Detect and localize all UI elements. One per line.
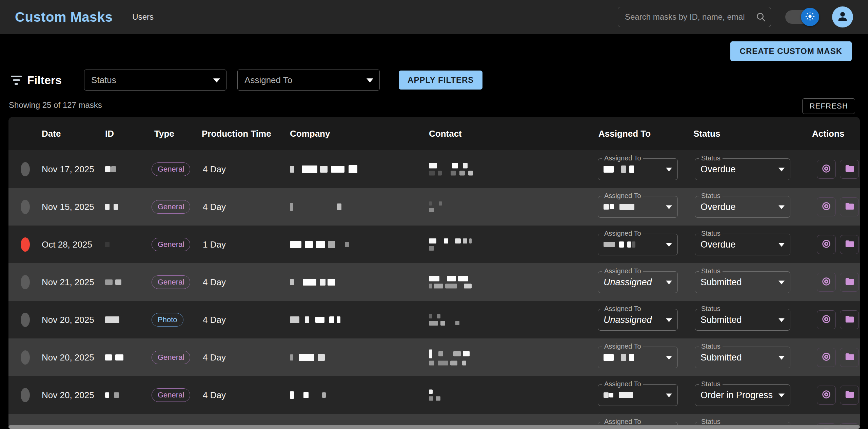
app-bar-right [618, 6, 853, 27]
status-select[interactable]: StatusOverdue [695, 196, 790, 218]
assigned-select[interactable]: Assigned To [598, 384, 678, 406]
horizontal-scrollbar[interactable] [8, 425, 860, 429]
chevron-down-icon [666, 168, 672, 171]
open-folder-button[interactable] [840, 235, 859, 254]
redacted-block [455, 321, 459, 325]
redacted-block [105, 392, 109, 398]
assigned-select[interactable]: Assigned ToUnassigned [598, 309, 678, 331]
open-folder-button[interactable] [840, 160, 859, 179]
redacted-block [450, 360, 457, 365]
redacted-text-blocks [429, 389, 440, 394]
redacted-block [429, 246, 434, 251]
production-time-cell: 4 Day [203, 164, 226, 174]
production-time-cell: 4 Day [203, 314, 226, 325]
date-cell: Nov 21, 2025 [42, 277, 94, 287]
status-select[interactable]: StatusSubmitted [695, 347, 790, 368]
type-badge: General [152, 162, 190, 176]
type-cell: General [152, 200, 190, 214]
folder-icon [844, 239, 854, 250]
column-header-date: Date [42, 129, 61, 139]
contact-cell [429, 276, 472, 288]
create-custom-mask-button[interactable]: CREATE CUSTOM MASK [730, 41, 852, 61]
chevron-down-icon [666, 243, 672, 247]
status-filter-select[interactable]: Status [84, 70, 226, 91]
status-select[interactable]: StatusOverdue [695, 234, 790, 255]
redacted-block [315, 317, 324, 323]
assigned-select-label: Assigned To [602, 418, 643, 426]
assigned-filter-label: Assigned To [244, 75, 292, 85]
status-select[interactable]: StatusOverdue [695, 158, 790, 180]
view-mask-button[interactable] [817, 348, 836, 367]
redacted-block [429, 349, 432, 358]
redacted-block [619, 204, 634, 210]
redacted-block [619, 392, 633, 398]
table-body: Nov 17, 2025General4 DayAssigned ToStatu… [8, 150, 860, 429]
company-cell [290, 165, 357, 173]
chevron-down-icon [666, 280, 672, 284]
open-folder-button[interactable] [840, 197, 859, 216]
chevron-down-icon [666, 356, 672, 359]
redacted-block [429, 396, 433, 401]
filters-title: Filters [27, 74, 62, 87]
redacted-block [328, 241, 335, 248]
open-folder-button[interactable] [840, 310, 859, 329]
open-folder-button[interactable] [840, 348, 859, 367]
redacted-block [463, 238, 467, 243]
redacted-block [290, 391, 294, 399]
assigned-select[interactable]: Assigned To [598, 196, 678, 218]
redacted-block [459, 171, 465, 175]
redacted-text-blocks [105, 242, 110, 247]
view-mask-button[interactable] [817, 235, 836, 254]
type-cell: General [152, 162, 190, 176]
redacted-block [604, 392, 609, 398]
company-cell [290, 241, 349, 248]
type-cell: Photo [152, 313, 183, 327]
redacted-block [316, 241, 325, 248]
type-cell: General [152, 351, 190, 364]
redacted-block [290, 354, 293, 360]
redacted-block [627, 241, 631, 248]
type-badge: General [152, 200, 190, 214]
status-select-label: Status [699, 305, 723, 313]
view-mask-button[interactable] [817, 160, 836, 179]
column-header-contact: Contact [429, 129, 462, 139]
open-folder-button[interactable] [840, 273, 859, 292]
eye-icon [821, 201, 831, 212]
assigned-select[interactable]: Assigned To [598, 158, 678, 180]
apply-filters-button[interactable]: APPLY FILTERS [399, 71, 482, 90]
view-mask-button[interactable] [817, 386, 836, 405]
redacted-block [458, 276, 468, 281]
assigned-select-value: Unassigned [604, 314, 652, 325]
redacted-block [429, 360, 434, 365]
redacted-block [438, 360, 448, 365]
redacted-block [429, 314, 432, 318]
refresh-button[interactable]: REFRESH [802, 98, 855, 114]
redacted-text-blocks [290, 203, 341, 211]
view-mask-button[interactable] [817, 197, 836, 216]
assigned-select-value [604, 392, 633, 398]
view-mask-button[interactable] [817, 273, 836, 292]
assigned-select[interactable]: Assigned To [598, 347, 678, 368]
redacted-text-blocks [604, 204, 634, 210]
status-select[interactable]: StatusOrder in Progress [695, 384, 790, 406]
production-time-cell: 4 Day [203, 277, 226, 287]
user-avatar-button[interactable] [832, 6, 853, 27]
chevron-down-icon [778, 393, 785, 397]
view-mask-button[interactable] [817, 310, 836, 329]
redacted-block [429, 163, 437, 168]
search-input[interactable] [618, 7, 771, 27]
assigned-select[interactable]: Assigned ToUnassigned [598, 271, 678, 293]
assigned-select[interactable]: Assigned To [598, 234, 678, 255]
redacted-block [445, 284, 457, 288]
nav-link-users[interactable]: Users [132, 12, 154, 22]
status-select[interactable]: StatusSubmitted [695, 271, 790, 293]
redacted-block [468, 171, 473, 175]
person-icon [836, 9, 849, 24]
open-folder-button[interactable] [840, 386, 859, 405]
status-select[interactable]: StatusSubmitted [695, 309, 790, 331]
redacted-text-blocks [604, 241, 635, 248]
assigned-filter-select[interactable]: Assigned To [237, 70, 380, 91]
redacted-block [329, 316, 334, 323]
type-cell: General [152, 388, 190, 402]
theme-toggle[interactable] [785, 10, 818, 24]
